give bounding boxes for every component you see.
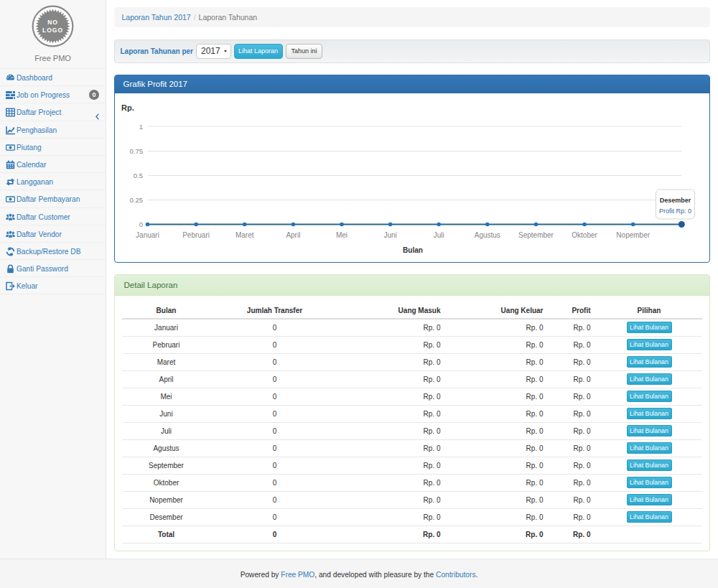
svg-text:Oktober: Oktober xyxy=(572,231,597,239)
svg-text:Pebruari: Pebruari xyxy=(182,231,210,239)
svg-text:Juni: Juni xyxy=(383,231,396,239)
svg-text:Nopember: Nopember xyxy=(616,231,650,239)
svg-text:Januari: Januari xyxy=(136,231,159,239)
svg-text:NO: NO xyxy=(47,19,58,26)
svg-text:Profit Rp: 0: Profit Rp: 0 xyxy=(658,207,691,214)
svg-text:Mei: Mei xyxy=(335,231,347,239)
svg-text:Maret: Maret xyxy=(235,231,253,239)
svg-text:Agustus: Agustus xyxy=(474,231,500,239)
svg-text:0.5: 0.5 xyxy=(133,172,142,179)
svg-text:0.75: 0.75 xyxy=(129,147,143,155)
svg-text:September: September xyxy=(518,231,554,239)
svg-text:0.25: 0.25 xyxy=(129,196,143,204)
svg-text:Bulan: Bulan xyxy=(403,246,423,253)
svg-text:Juli: Juli xyxy=(433,231,444,239)
svg-text:LOGO: LOGO xyxy=(42,27,63,34)
svg-text:Rp.: Rp. xyxy=(121,103,134,112)
svg-text:April: April xyxy=(286,231,300,239)
svg-text:Desember: Desember xyxy=(659,196,691,203)
svg-text:0: 0 xyxy=(139,220,142,228)
svg-text:1: 1 xyxy=(139,122,142,130)
